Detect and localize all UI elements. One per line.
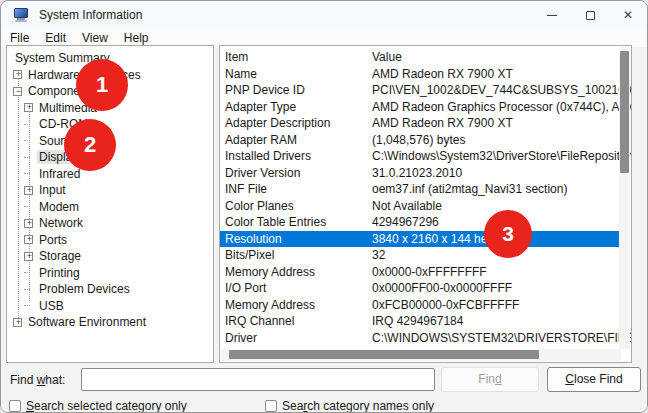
close-find-button[interactable]: Close Find [547, 367, 641, 392]
vertical-scrollbar[interactable] [619, 47, 630, 349]
expand-plus-icon[interactable] [24, 235, 33, 244]
table-row[interactable]: Color Table Entries4294967296 [220, 214, 631, 231]
menu-view[interactable]: View [75, 30, 115, 46]
expand-plus-icon[interactable] [24, 103, 33, 112]
annotation-circle-2: 2 [64, 119, 116, 171]
column-header-item: Item [220, 50, 368, 64]
tree-item-usb[interactable]: USB [7, 298, 213, 315]
table-row[interactable]: IRQ ChannelIRQ 4294967184 [220, 313, 631, 330]
maximize-icon [586, 11, 595, 20]
collapse-minus-icon[interactable] [13, 87, 22, 96]
menu-edit[interactable]: Edit [38, 30, 73, 46]
expand-plus-icon[interactable] [13, 70, 22, 79]
find-input[interactable] [81, 368, 435, 391]
table-row-resolution-selected[interactable]: Resolution3840 x 2160 x 144 hertz [220, 231, 623, 248]
table-row[interactable]: Memory Address0x0000-0xFFFFFFFF [220, 264, 631, 281]
find-bar: Find what: Find Close Find Search select… [1, 363, 647, 413]
table-row[interactable]: INF Fileoem37.inf (ati2mtag_Navi31 secti… [220, 181, 631, 198]
table-row[interactable]: Driver Version31.0.21023.2010 [220, 165, 631, 182]
table-row[interactable]: NameAMD Radeon RX 7900 XT [220, 66, 631, 83]
horizontal-scrollbar[interactable] [221, 349, 621, 361]
tree-item-network[interactable]: Network [7, 215, 213, 232]
column-header-value: Value [368, 50, 631, 64]
table-row[interactable]: Adapter DescriptionAMD Radeon RX 7900 XT [220, 115, 631, 132]
expand-plus-icon[interactable] [24, 252, 33, 261]
annotation-circle-1: 1 [76, 59, 128, 111]
maximize-button[interactable] [571, 1, 609, 29]
search-category-names-checkbox-row: Search category names only [265, 399, 434, 413]
expand-plus-icon[interactable] [24, 219, 33, 228]
tree-item-modem[interactable]: Modem [7, 199, 213, 216]
table-row[interactable]: I/O Port0x0000FF00-0x0000FFFF [220, 280, 631, 297]
table-row[interactable]: Adapter RAM(1,048,576) bytes [220, 132, 631, 149]
search-selected-category-checkbox[interactable] [9, 400, 21, 412]
search-category-names-label: Search category names only [282, 399, 434, 413]
close-button[interactable]: ✕ [609, 1, 647, 29]
minimize-button[interactable] [533, 1, 571, 29]
minimize-icon [547, 15, 557, 16]
horizontal-scrollbar-thumb[interactable] [229, 350, 539, 359]
find-what-label: Find what: [10, 373, 65, 387]
search-category-names-checkbox[interactable] [265, 400, 277, 412]
title-bar: System Information ✕ [1, 1, 647, 29]
table-row[interactable]: DriverC:\WINDOWS\SYSTEM32\DRIVERSTORE\FI… [220, 330, 631, 347]
table-header: Item Value [220, 49, 631, 66]
tree-item-ports[interactable]: Ports [7, 232, 213, 249]
menu-help[interactable]: Help [117, 30, 156, 46]
detail-pane: Item Value NameAMD Radeon RX 7900 XT PNP… [219, 45, 632, 363]
table-row[interactable]: Color PlanesNot Available [220, 198, 631, 215]
expand-plus-icon[interactable] [24, 186, 33, 195]
find-button[interactable]: Find [441, 367, 539, 392]
app-icon [14, 8, 30, 22]
table-row[interactable]: Adapter TypeAMD Radeon Graphics Processo… [220, 99, 631, 116]
tree-item-infrared[interactable]: Infrared [7, 166, 213, 183]
search-selected-category-checkbox-row: Search selected category only [9, 399, 187, 413]
window-title: System Information [39, 8, 142, 22]
vertical-scrollbar-thumb[interactable] [620, 51, 629, 173]
system-information-window: System Information ✕ File Edit View Help… [0, 0, 648, 413]
tree-item-storage[interactable]: Storage [7, 248, 213, 265]
table-row[interactable]: PNP Device IDPCI\VEN_1002&DEV_744C&SUBSY… [220, 82, 631, 99]
table-row[interactable]: Memory Address0xFCB00000-0xFCBFFFFF [220, 297, 631, 314]
tree-item-software-environment[interactable]: Software Environment [7, 314, 213, 331]
close-icon: ✕ [623, 9, 633, 21]
tree-item-printing[interactable]: Printing [7, 265, 213, 282]
table-row[interactable]: Bits/Pixel32 [220, 247, 631, 264]
tree-item-input[interactable]: Input [7, 182, 213, 199]
tree-item-problem-devices[interactable]: Problem Devices [7, 281, 213, 298]
expand-plus-icon[interactable] [13, 318, 22, 327]
table-row[interactable]: Installed DriversC:\Windows\System32\Dri… [220, 148, 631, 165]
menu-file[interactable]: File [3, 30, 36, 46]
annotation-circle-3: 3 [484, 210, 532, 258]
search-selected-category-label: Search selected category only [26, 399, 187, 413]
